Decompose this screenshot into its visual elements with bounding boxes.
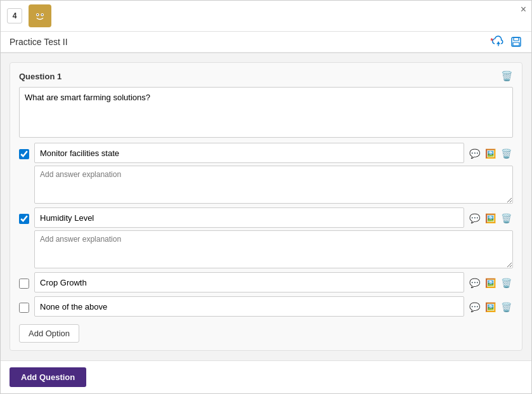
question-textarea[interactable] [19, 87, 513, 138]
required-star: * [490, 37, 493, 46]
option-2-actions: 💬 🖼️ 🗑️ [468, 212, 513, 225]
option-2-delete-button[interactable]: 🗑️ [500, 212, 513, 225]
option-4-actions: 💬 🖼️ 🗑️ [468, 301, 513, 313]
option-4-wrap: 💬 🖼️ 🗑️ [34, 296, 513, 317]
close-button[interactable]: × [521, 4, 526, 15]
list-item: 💬 🖼️ 🗑️ [19, 296, 513, 317]
option-1-input-row: 💬 🖼️ 🗑️ [34, 143, 513, 163]
option-3-input-row: 💬 🖼️ 🗑️ [34, 272, 513, 292]
title-bar: 4 × [1, 1, 531, 32]
options-area: 💬 🖼️ 🗑️ [19, 143, 513, 343]
app-icon [29, 4, 51, 27]
option-1-wrap: 💬 🖼️ 🗑️ [34, 143, 513, 204]
option-1-delete-button[interactable]: 🗑️ [500, 147, 513, 160]
header-actions [492, 36, 522, 48]
option-3-delete-button[interactable]: 🗑️ [500, 277, 513, 289]
question-delete-button[interactable]: 🗑️ [501, 70, 513, 82]
option-1-checkbox[interactable] [19, 149, 29, 159]
step-badge: 4 [7, 8, 22, 23]
option-1-image-button[interactable]: 🖼️ [484, 147, 497, 160]
option-3-actions: 💬 🖼️ 🗑️ [468, 277, 513, 289]
option-4-input-row: 💬 🖼️ 🗑️ [34, 296, 513, 317]
step-number: 4 [13, 11, 17, 20]
svg-rect-7 [513, 43, 519, 46]
svg-point-0 [34, 10, 46, 22]
add-option-button[interactable]: Add Option [19, 324, 79, 343]
option-3-image-button[interactable]: 🖼️ [484, 277, 497, 289]
main-window: 4 × Practice Test II * [0, 0, 532, 394]
svg-point-4 [42, 14, 43, 15]
option-1-explanation[interactable] [34, 166, 513, 204]
option-4-input[interactable] [34, 296, 464, 317]
main-content: Question 1 🗑️ 💬 🖼️ 🗑 [1, 53, 531, 360]
svg-rect-6 [514, 37, 519, 41]
question-card: Question 1 🗑️ 💬 🖼️ 🗑 [10, 62, 522, 351]
option-3-chat-button[interactable]: 💬 [468, 277, 481, 289]
svg-point-3 [37, 14, 38, 15]
option-2-input[interactable] [34, 207, 464, 228]
option-3-wrap: 💬 🖼️ 🗑️ [34, 272, 513, 292]
option-3-input[interactable] [34, 272, 464, 292]
practice-title: Practice Test II [10, 37, 492, 47]
option-1-input[interactable] [34, 143, 464, 163]
question-header: Question 1 🗑️ [19, 70, 513, 82]
option-4-chat-button[interactable]: 💬 [468, 301, 481, 313]
list-item: 💬 🖼️ 🗑️ [19, 272, 513, 292]
save-button[interactable] [510, 36, 522, 48]
cloud-upload-button[interactable] [492, 36, 505, 48]
list-item: 💬 🖼️ 🗑️ [19, 143, 513, 204]
add-question-button[interactable]: Add Question [10, 367, 86, 387]
option-2-wrap: 💬 🖼️ 🗑️ [34, 207, 513, 268]
option-1-chat-button[interactable]: 💬 [468, 147, 481, 160]
option-4-checkbox[interactable] [19, 303, 29, 313]
header-row: Practice Test II * [1, 32, 531, 53]
option-1-actions: 💬 🖼️ 🗑️ [468, 147, 513, 160]
list-item: 💬 🖼️ 🗑️ [19, 207, 513, 268]
option-2-image-button[interactable]: 🖼️ [484, 212, 497, 225]
option-2-explanation[interactable] [34, 230, 513, 268]
option-4-image-button[interactable]: 🖼️ [484, 301, 497, 313]
option-4-delete-button[interactable]: 🗑️ [500, 301, 513, 313]
option-2-input-row: 💬 🖼️ 🗑️ [34, 207, 513, 228]
option-2-chat-button[interactable]: 💬 [468, 212, 481, 225]
option-2-checkbox[interactable] [19, 214, 29, 224]
question-label: Question 1 [19, 72, 62, 81]
footer: Add Question [1, 360, 531, 393]
option-3-checkbox[interactable] [19, 279, 29, 289]
